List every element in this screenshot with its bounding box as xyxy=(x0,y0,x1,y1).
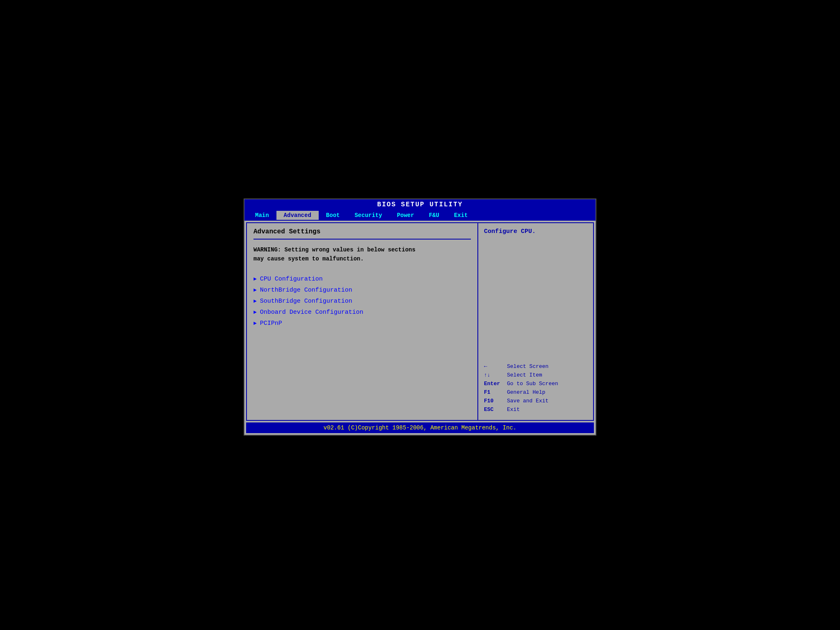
tab-security[interactable]: Security xyxy=(347,211,389,220)
title-text: BIOS SETUP UTILITY xyxy=(377,201,463,208)
tab-exit[interactable]: Exit xyxy=(447,211,475,220)
key-desc-esc: Exit xyxy=(507,406,520,413)
key-desc-enter: Go to Sub Screen xyxy=(507,381,558,387)
arrow-icon-pcipnp: ► xyxy=(253,320,257,326)
menu-label-pcipnp: PCIPnP xyxy=(260,320,282,327)
key-label-enter: Enter xyxy=(484,381,504,387)
key-desc-select-screen: Select Screen xyxy=(507,363,548,370)
menu-item-pcipnp[interactable]: ► PCIPnP xyxy=(253,318,471,329)
arrow-icon-southbridge: ► xyxy=(253,298,257,304)
screen-wrapper: BIOS SETUP UTILITY Main Advanced Boot Se… xyxy=(235,186,605,444)
key-label-esc: ESC xyxy=(484,406,504,413)
key-label-updown: ↑↓ xyxy=(484,372,504,378)
menu-item-cpu[interactable]: ► CPU Configuration xyxy=(253,274,471,285)
key-row-select-screen: ← Select Screen xyxy=(484,363,587,370)
section-title: Advanced Settings xyxy=(253,228,471,235)
warning-text: WARNING: Setting wrong values in below s… xyxy=(253,245,471,264)
content-area: Advanced Settings WARNING: Setting wrong… xyxy=(246,222,594,421)
key-row-select-item: ↑↓ Select Item xyxy=(484,372,587,378)
key-row-f1: F1 General Help xyxy=(484,389,587,395)
bios-container: BIOS SETUP UTILITY Main Advanced Boot Se… xyxy=(244,199,596,436)
warning-line1: WARNING: Setting wrong values in below s… xyxy=(253,247,415,253)
arrow-icon-northbridge: ► xyxy=(253,287,257,293)
warning-line2: may cause system to malfunction. xyxy=(253,256,364,262)
title-bar: BIOS SETUP UTILITY xyxy=(244,199,596,210)
menu-label-northbridge: NorthBridge Configuration xyxy=(260,287,352,294)
tab-boot[interactable]: Boot xyxy=(319,211,347,220)
footer-bar: v02.61 (C)Copyright 1985-2006, American … xyxy=(246,422,594,433)
menu-label-cpu: CPU Configuration xyxy=(260,276,323,283)
section-divider xyxy=(253,239,471,240)
tab-advanced[interactable]: Advanced xyxy=(276,211,319,220)
help-text: Configure CPU. xyxy=(484,228,587,235)
menu-item-northbridge[interactable]: ► NorthBridge Configuration xyxy=(253,285,471,296)
arrow-icon-cpu: ► xyxy=(253,276,257,282)
key-label-f1: F1 xyxy=(484,389,504,395)
right-panel: Configure CPU. ← Select Screen ↑↓ Select… xyxy=(478,223,593,420)
menu-item-southbridge[interactable]: ► SouthBridge Configuration xyxy=(253,296,471,307)
key-help: ← Select Screen ↑↓ Select Item Enter Go … xyxy=(484,363,587,415)
tab-main[interactable]: Main xyxy=(248,211,276,220)
key-row-f10: F10 Save and Exit xyxy=(484,398,587,404)
key-row-esc: ESC Exit xyxy=(484,406,587,413)
left-panel: Advanced Settings WARNING: Setting wrong… xyxy=(247,223,478,420)
arrow-icon-onboard: ► xyxy=(253,309,257,315)
menu-label-onboard: Onboard Device Configuration xyxy=(260,309,363,316)
key-label-f10: F10 xyxy=(484,398,504,404)
tab-fu[interactable]: F&U xyxy=(422,211,447,220)
menu-item-onboard[interactable]: ► Onboard Device Configuration xyxy=(253,307,471,318)
key-row-enter: Enter Go to Sub Screen xyxy=(484,381,587,387)
key-label-arrow: ← xyxy=(484,363,504,370)
footer-text: v02.61 (C)Copyright 1985-2006, American … xyxy=(324,425,516,431)
nav-bar: Main Advanced Boot Security Power F&U Ex… xyxy=(244,210,596,221)
key-desc-f10: Save and Exit xyxy=(507,398,548,404)
key-desc-select-item: Select Item xyxy=(507,372,542,378)
menu-label-southbridge: SouthBridge Configuration xyxy=(260,298,352,305)
tab-power[interactable]: Power xyxy=(390,211,422,220)
menu-items: ► CPU Configuration ► NorthBridge Config… xyxy=(253,274,471,329)
key-desc-f1: General Help xyxy=(507,389,546,395)
